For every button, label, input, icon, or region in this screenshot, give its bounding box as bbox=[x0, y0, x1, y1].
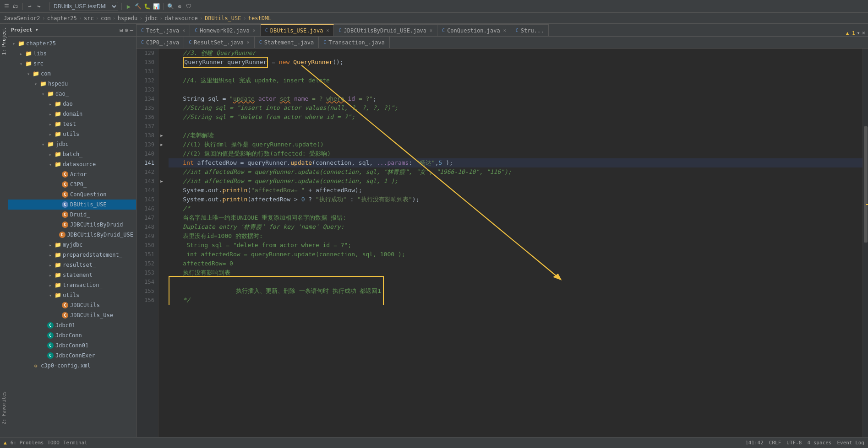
expand-arrow: ▸ bbox=[47, 263, 54, 268]
debug-icon[interactable]: 🐛 bbox=[143, 3, 151, 10]
tree-item-utils-dao[interactable]: ▸ 📁 utils bbox=[8, 129, 136, 139]
status-position: 141:42 bbox=[745, 440, 764, 446]
tree-item-test[interactable]: ▸ 📁 test bbox=[8, 119, 136, 129]
status-encoding[interactable]: UTF-8 bbox=[786, 440, 802, 446]
breadcrumb-item-1[interactable]: chapter25 bbox=[47, 15, 77, 22]
tree-item-Druid_[interactable]: ▸ C Druid_ bbox=[8, 210, 136, 220]
tree-label: chapter25 bbox=[26, 40, 56, 47]
tree-label: c3p0-config.xml bbox=[41, 362, 90, 369]
tab-close-button[interactable]: × bbox=[247, 40, 250, 45]
tree-item-JdbcConn01[interactable]: ▸ C JdbcConn01 bbox=[8, 340, 136, 351]
tab-close-button[interactable]: × bbox=[326, 28, 329, 33]
tree-item-resultset_[interactable]: ▸ 📁 resultset_ bbox=[8, 260, 136, 270]
tree-item-dao[interactable]: ▸ 📁 dao bbox=[8, 99, 136, 109]
settings-icon[interactable]: ⚙ bbox=[125, 27, 128, 33]
tree-item-Jdbc01[interactable]: ▸ C Jdbc01 bbox=[8, 320, 136, 330]
tree-item-JDBCUtils_Use[interactable]: ▸ C JDBCUtils_Use bbox=[8, 310, 136, 320]
status-problems[interactable]: 6: Problems bbox=[11, 440, 44, 446]
status-indent[interactable]: 4 spaces bbox=[807, 440, 831, 446]
breadcrumb-item-0[interactable]: JavaSenior2 bbox=[4, 15, 40, 22]
tree-item-utils[interactable]: ▾ 📁 utils bbox=[8, 290, 136, 300]
tree-item-JDBCUtilsByDruid_USE[interactable]: ▸ C JDBCUtilsByDruid_USE bbox=[8, 230, 136, 240]
tab-Transaction_java[interactable]: C Transaction_.java bbox=[319, 37, 390, 48]
tab-ResultSet_java[interactable]: C ResultSet_.java × bbox=[184, 37, 254, 48]
run-config-dropdown[interactable]: DBUtils_USE.testDML bbox=[49, 2, 118, 11]
tab-DBUtils_USE[interactable]: C DBUtils_USE.java × bbox=[261, 24, 334, 36]
tree-item-DBUtils_USE[interactable]: ▸ C DBUtils_USE bbox=[8, 200, 136, 210]
run-button[interactable]: ▶ bbox=[125, 3, 132, 10]
tree-item-com[interactable]: ▾ 📁 com bbox=[8, 69, 136, 79]
java-file-icon: C bbox=[47, 332, 54, 339]
tree-item-JdbcConnExer[interactable]: ▸ C JdbcConnExer bbox=[8, 351, 136, 361]
folder-icon: 📁 bbox=[54, 251, 61, 259]
undo-icon[interactable]: ↩ bbox=[26, 3, 33, 10]
status-line-ending[interactable]: CRLF bbox=[769, 440, 781, 446]
code-line-155: 执行插入、更新、删除 一条语句时 执行成功 都返回1 bbox=[169, 286, 863, 296]
status-terminal[interactable]: Terminal bbox=[63, 440, 87, 446]
scrollbar-thumb[interactable] bbox=[864, 126, 868, 243]
close-tabs-icon[interactable]: × bbox=[862, 30, 865, 36]
tree-item-myjdbc[interactable]: ▸ 📁 myjdbc bbox=[8, 240, 136, 250]
breadcrumb-item-4[interactable]: hspedu bbox=[118, 15, 137, 22]
gutter-mark-140: ▶ bbox=[160, 133, 163, 138]
expand-arrow: ▸ bbox=[17, 51, 25, 56]
tree-item-preparedstatement_[interactable]: ▸ 📁 preparedstatement_ bbox=[8, 250, 136, 260]
tree-item-statement_[interactable]: ▸ 📁 statement_ bbox=[8, 270, 136, 280]
collapse-all-icon[interactable]: ⊟ bbox=[120, 27, 123, 33]
tree-item-jdbc[interactable]: ▾ 📁 jdbc bbox=[8, 139, 136, 149]
tree-item-src[interactable]: ▾ 📁 src bbox=[8, 59, 136, 69]
breadcrumb-item-6[interactable]: datasource bbox=[165, 15, 198, 22]
scroll-indicator bbox=[866, 204, 868, 205]
left-tab-favorites[interactable]: 2: Favorites bbox=[0, 388, 7, 428]
left-tab-project[interactable]: 1: Project bbox=[0, 24, 7, 59]
tree-item-libs[interactable]: ▸ 📁 libs bbox=[8, 49, 136, 59]
tree-item-JDBCUtilsByDruid[interactable]: ▸ C JDBCUtilsByDruid bbox=[8, 220, 136, 230]
search-icon[interactable]: 🔍 bbox=[167, 3, 174, 10]
menu-icon[interactable]: ☰ bbox=[3, 3, 10, 10]
status-todo[interactable]: TODO bbox=[47, 440, 60, 446]
breadcrumb: JavaSenior2 › chapter25 › src › com › hs… bbox=[0, 13, 868, 24]
breadcrumb-item-5[interactable]: jdbc bbox=[144, 15, 158, 22]
tree-item-c3p0-config[interactable]: ▸ ⚙ c3p0-config.xml bbox=[8, 361, 136, 371]
tab-Stru[interactable]: C Stru... bbox=[511, 24, 549, 36]
tree-item-transaction_[interactable]: ▸ 📁 transaction_ bbox=[8, 280, 136, 290]
tree-item-batch_[interactable]: ▸ 📁 batch_ bbox=[8, 149, 136, 159]
folder-icon: 📁 bbox=[54, 161, 61, 168]
tab-Statement_java[interactable]: C Statement_.java bbox=[255, 37, 319, 48]
redo-icon[interactable]: ↪ bbox=[35, 3, 43, 10]
shield-icon[interactable]: 🛡 bbox=[185, 3, 192, 10]
tree-item-domain[interactable]: ▸ 📁 domain bbox=[8, 109, 136, 119]
project-icon[interactable]: 🗂 bbox=[12, 3, 19, 10]
tab-close-button[interactable]: × bbox=[182, 28, 185, 33]
tab-close-button[interactable]: × bbox=[253, 28, 256, 33]
tree-item-dao_[interactable]: ▾ 📁 dao_ bbox=[8, 89, 136, 99]
tab-close-button[interactable]: × bbox=[430, 28, 432, 33]
tree-item-hspedu[interactable]: ▾ 📁 hspedu bbox=[8, 79, 136, 89]
tab-C3P0_java[interactable]: C C3P0_.java bbox=[136, 37, 184, 48]
settings-icon[interactable]: ⚙ bbox=[176, 3, 183, 10]
tab-ConQuestion[interactable]: C ConQuestion.java × bbox=[437, 24, 511, 36]
code-editor[interactable]: //3. 创建 QueryRunner QueryRunner queryRun… bbox=[165, 49, 863, 305]
coverage-icon[interactable]: 📊 bbox=[153, 3, 160, 10]
build-icon[interactable]: 🔨 bbox=[134, 3, 142, 10]
tree-item-JDBCUtils[interactable]: ▸ C JDBCUtils bbox=[8, 300, 136, 310]
tab-Test_java[interactable]: C Test_.java × bbox=[136, 24, 190, 36]
minimize-icon[interactable]: — bbox=[130, 27, 133, 33]
tab-JDBCUtilsByDruid_USE[interactable]: C JDBCUtilsByDruid_USE.java × bbox=[334, 24, 437, 36]
tree-item-ConQuestion[interactable]: ▸ C ConQuestion bbox=[8, 189, 136, 200]
tree-label: resultset_ bbox=[63, 262, 96, 268]
tab-close-button[interactable]: × bbox=[503, 28, 506, 33]
tree-item-Actor[interactable]: ▸ C Actor bbox=[8, 169, 136, 179]
breadcrumb-item-7[interactable]: DBUtils_USE bbox=[205, 15, 241, 22]
tree-item-C3P0_[interactable]: ▸ C C3P0_ bbox=[8, 179, 136, 189]
tree-item-chapter25[interactable]: ▾ 📁 chapter25 bbox=[8, 38, 136, 49]
breadcrumb-item-2[interactable]: src bbox=[84, 15, 94, 22]
expand-tabs-icon[interactable]: ▾ bbox=[857, 30, 860, 36]
status-event-log[interactable]: Event Log bbox=[837, 440, 864, 446]
editor-scrollbar[interactable] bbox=[863, 49, 868, 437]
breadcrumb-item-8[interactable]: testDML bbox=[248, 15, 272, 22]
tab-Homework02[interactable]: C Homework02.java × bbox=[190, 24, 260, 36]
breadcrumb-item-3[interactable]: com bbox=[101, 15, 111, 22]
tree-item-JdbcConn[interactable]: ▸ C JdbcConn bbox=[8, 330, 136, 340]
tree-item-datasource[interactable]: ▾ 📁 datasource bbox=[8, 159, 136, 169]
